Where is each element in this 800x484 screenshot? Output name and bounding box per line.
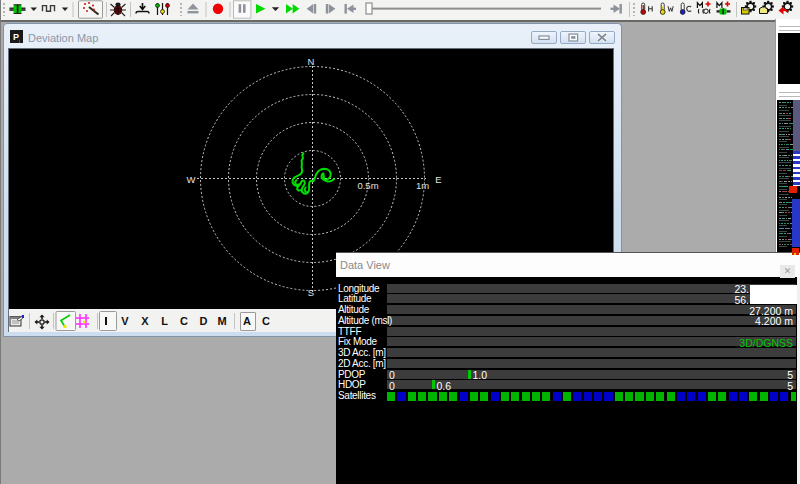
svg-text:S: S [308, 287, 314, 298]
svg-text:W: W [187, 174, 196, 185]
svg-text:0.5m: 0.5m [357, 180, 378, 191]
svg-text:N: N [308, 56, 315, 67]
svg-text:E: E [435, 174, 441, 185]
svg-text:P: P [13, 32, 19, 42]
svg-text:1m: 1m [416, 180, 429, 191]
